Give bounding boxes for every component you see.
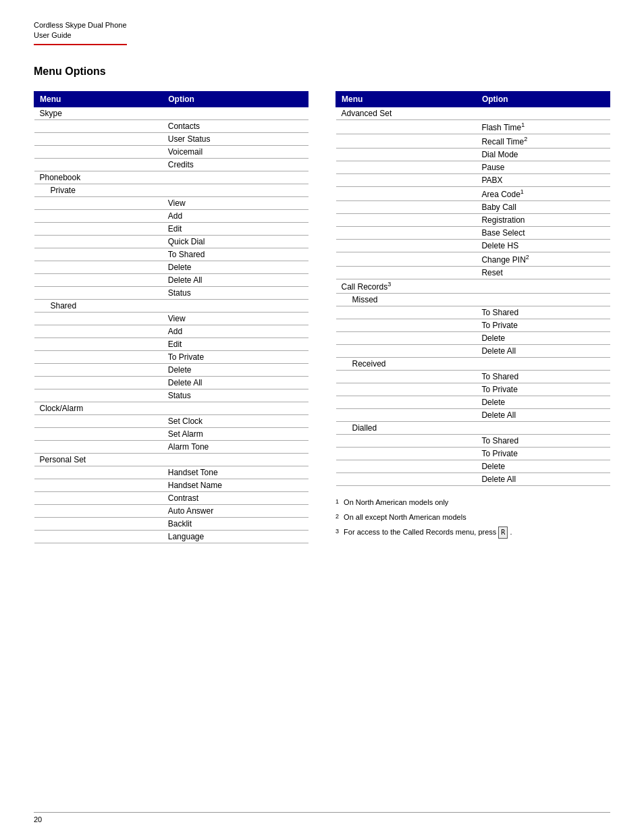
table-row: User Status bbox=[34, 132, 308, 145]
option-cell: Set Alarm bbox=[163, 427, 308, 440]
table-row: Delete bbox=[336, 396, 610, 408]
table-row: Contrast bbox=[34, 491, 308, 504]
option-cell: Edit bbox=[163, 338, 308, 350]
table-row: View bbox=[34, 312, 308, 325]
table-row: To Private bbox=[336, 447, 610, 460]
option-cell: Baby Call bbox=[476, 200, 610, 213]
footnote-1-text: On North American models only bbox=[344, 497, 448, 509]
menu-cell: Call Records3 bbox=[336, 279, 477, 293]
option-cell: Delete All bbox=[476, 473, 610, 485]
table-row: Backlit bbox=[34, 517, 308, 530]
menu-cell bbox=[34, 479, 163, 491]
table-row: Dial Mode bbox=[336, 148, 610, 161]
option-cell: Delete bbox=[163, 261, 308, 273]
page-footer: 20 bbox=[34, 812, 610, 824]
table-row: Handset Tone bbox=[34, 466, 308, 479]
table-row: PABX bbox=[336, 173, 610, 186]
option-cell: Alarm Tone bbox=[163, 440, 308, 453]
table-row: Delete bbox=[34, 261, 308, 273]
table-row: Delete All bbox=[336, 473, 610, 485]
option-cell bbox=[163, 299, 308, 312]
table-row: Add bbox=[34, 209, 308, 222]
footnote-3: 3 For access to the Called Records menu,… bbox=[336, 526, 610, 540]
option-cell bbox=[163, 184, 308, 196]
table-row: Delete All bbox=[336, 408, 610, 421]
menu-cell bbox=[336, 344, 477, 357]
table-row: Baby Call bbox=[336, 200, 610, 213]
menu-cell bbox=[34, 517, 163, 530]
table-row: Add bbox=[34, 325, 308, 338]
table-row: Reset bbox=[336, 266, 610, 279]
option-cell: Credits bbox=[163, 158, 308, 171]
menu-cell bbox=[336, 434, 477, 447]
table-row: Quick Dial bbox=[34, 235, 308, 248]
footnote-2-text: On all except North American models bbox=[344, 512, 466, 524]
menu-cell bbox=[336, 173, 477, 186]
menu-cell bbox=[336, 213, 477, 226]
right-col1-header: Menu bbox=[336, 91, 477, 107]
menu-cell: Clock/Alarm bbox=[34, 402, 163, 414]
menu-cell: Shared bbox=[34, 299, 163, 312]
option-cell: Delete All bbox=[163, 273, 308, 286]
table-row: To Shared bbox=[336, 434, 610, 447]
menu-cell bbox=[336, 134, 477, 148]
menu-cell bbox=[34, 145, 163, 158]
table-row: Edit bbox=[34, 222, 308, 235]
table-row: Received bbox=[336, 357, 610, 370]
footnote-2: 2 On all except North American models bbox=[336, 512, 610, 525]
menu-cell bbox=[336, 200, 477, 213]
table-row: Alarm Tone bbox=[34, 440, 308, 453]
option-cell: To Private bbox=[476, 319, 610, 331]
option-cell: To Shared bbox=[476, 306, 610, 319]
menu-cell: Advanced Set bbox=[336, 107, 477, 119]
right-column: Menu Option Advanced SetFlash Time1Recal… bbox=[336, 91, 610, 542]
option-cell: Status bbox=[163, 389, 308, 402]
menu-cell bbox=[34, 261, 163, 273]
table-row: Registration bbox=[336, 213, 610, 226]
menu-cell bbox=[34, 235, 163, 248]
option-cell: PABX bbox=[476, 173, 610, 186]
option-cell: Backlit bbox=[163, 517, 308, 530]
menu-cell bbox=[336, 370, 477, 383]
menu-cell bbox=[336, 319, 477, 331]
table-row: Missed bbox=[336, 293, 610, 306]
header-line1: Cordless Skype Dual Phone bbox=[34, 20, 127, 30]
menu-cell bbox=[336, 383, 477, 396]
menu-cell bbox=[336, 306, 477, 319]
option-cell bbox=[163, 107, 308, 119]
option-cell: To Private bbox=[163, 350, 308, 363]
option-cell: Base Select bbox=[476, 226, 610, 239]
right-menu-table: Menu Option Advanced SetFlash Time1Recal… bbox=[336, 91, 610, 486]
menu-cell bbox=[34, 119, 163, 132]
table-row: To Private bbox=[336, 383, 610, 396]
table-row: Flash Time1 bbox=[336, 119, 610, 134]
menu-cell bbox=[34, 440, 163, 453]
page-title: Menu Options bbox=[34, 65, 610, 78]
option-cell bbox=[163, 171, 308, 184]
option-cell: Change PIN2 bbox=[476, 252, 610, 266]
menu-cell: Phonebook bbox=[34, 171, 163, 184]
option-cell: Flash Time1 bbox=[476, 119, 610, 134]
menu-cell bbox=[34, 158, 163, 171]
table-row: Status bbox=[34, 389, 308, 402]
table-row: Edit bbox=[34, 338, 308, 350]
option-cell: To Private bbox=[476, 447, 610, 460]
footnote-3-text: For access to the Called Records menu, p… bbox=[344, 526, 512, 539]
key-icon: R bbox=[498, 526, 508, 539]
table-row: Language bbox=[34, 530, 308, 543]
table-row: Private bbox=[34, 184, 308, 196]
footnote-3-num: 3 bbox=[336, 526, 341, 540]
table-row: Phonebook bbox=[34, 171, 308, 184]
menu-cell bbox=[336, 447, 477, 460]
menu-cell: Skype bbox=[34, 107, 163, 119]
option-cell: Set Clock bbox=[163, 414, 308, 427]
table-row: Clock/Alarm bbox=[34, 402, 308, 414]
option-cell: Add bbox=[163, 325, 308, 338]
option-cell: Handset Tone bbox=[163, 466, 308, 479]
menu-cell bbox=[336, 396, 477, 408]
table-row: Handset Name bbox=[34, 479, 308, 491]
table-row: Delete bbox=[34, 363, 308, 376]
option-cell: Status bbox=[163, 286, 308, 299]
option-cell bbox=[476, 421, 610, 434]
menu-cell bbox=[336, 148, 477, 161]
